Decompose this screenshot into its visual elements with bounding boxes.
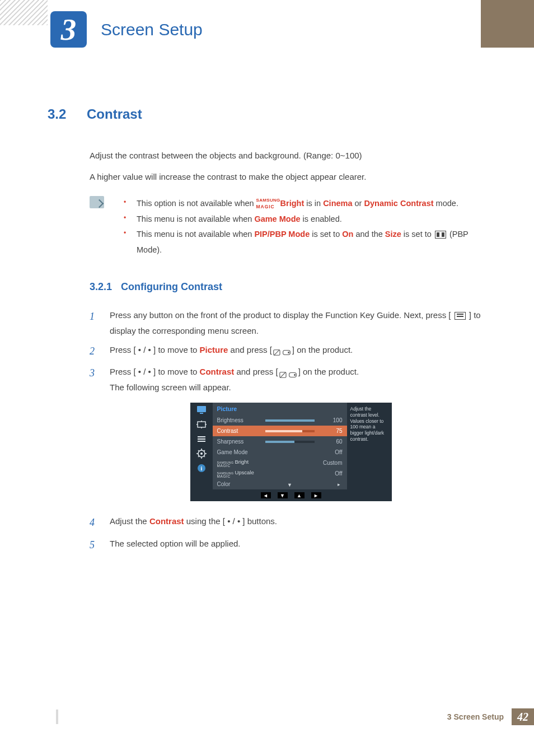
note-item-1: This option is not available when SAMSUN… (121, 196, 492, 212)
intro-paragraph-1: Adjust the contrast between the objects … (90, 149, 492, 162)
svg-rect-10 (198, 438, 205, 440)
step-4: 4 Adjust the Contrast using the [ • / • … (90, 514, 492, 532)
osd-nav-left-icon: ◄ (261, 492, 271, 498)
osd-nav-up-icon: ▲ (294, 492, 305, 498)
osd-icon-options (196, 434, 207, 444)
section-number: 3.2 (48, 106, 87, 122)
svg-rect-2 (288, 352, 289, 353)
svg-point-13 (200, 452, 203, 455)
top-accent-bar (481, 0, 534, 48)
osd-row-contrast: Contrast 75 (213, 426, 347, 436)
svg-rect-11 (198, 441, 205, 442)
osd-icon-picture (196, 405, 207, 415)
svg-rect-8 (198, 422, 205, 427)
osd-row-magicbright: SAMSUNGMAGICBright Custom (213, 458, 347, 468)
chapter-number-badge: 3 (50, 11, 87, 48)
note-item-2: This menu is not available when Game Mod… (121, 212, 492, 227)
note-block: This option is not available when SAMSUN… (90, 196, 492, 258)
svg-rect-6 (197, 406, 206, 412)
osd-row-color: Color ▼ ▸ (213, 479, 347, 489)
step-2: 2 Press [ • / • ] to move to Picture and… (90, 342, 492, 361)
osd-row-sharpness: Sharpness 60 (213, 436, 347, 447)
osd-help-text: Adjust the contrast level. Values closer… (347, 403, 392, 489)
step-5: 5 The selected option will be applied. (90, 536, 492, 554)
step-3: 3 Press [ • / • ] to move to Contrast an… (90, 364, 492, 395)
chapter-title: Screen Setup (101, 20, 203, 39)
osd-row-gamemode: Game Mode Off (213, 447, 347, 458)
enter-button-icon (273, 346, 291, 354)
section-heading: 3.2Contrast (48, 106, 492, 122)
subsection-heading: 3.2.1Configuring Contrast (90, 281, 492, 293)
svg-rect-5 (294, 374, 295, 375)
arrow-right-icon: ▸ (319, 482, 343, 487)
footer-left-mark (56, 710, 58, 724)
menu-button-icon (455, 312, 466, 320)
footer-text: 3 Screen Setup (447, 712, 504, 721)
svg-rect-7 (200, 413, 203, 414)
osd-sidebar: i (190, 403, 213, 489)
svg-rect-9 (198, 436, 205, 437)
osd-screenshot: i Picture Brightness 100 Contrast 75 (190, 403, 392, 501)
osd-row-brightness: Brightness 100 (213, 415, 347, 426)
osd-menu: Picture Brightness 100 Contrast 75 Sharp… (213, 403, 347, 489)
osd-nav-bar: ◄ ▼ ▲ ► (190, 489, 392, 501)
osd-nav-right-icon: ► (311, 492, 321, 498)
intro-paragraph-2: A higher value will increase the contras… (90, 170, 492, 184)
pbp-size-icon (435, 231, 446, 239)
osd-icon-screen (196, 419, 207, 430)
note-icon (90, 196, 104, 208)
hatch-decor (0, 0, 48, 25)
enter-button-icon (279, 368, 297, 377)
page-footer: 3 Screen Setup 42 (447, 708, 534, 725)
svg-text:i: i (200, 465, 202, 472)
osd-nav-down-icon: ▼ (278, 492, 288, 498)
osd-menu-title: Picture (213, 403, 347, 415)
footer-page-number: 42 (512, 708, 534, 725)
note-item-3: This menu is not available when PIP/PBP … (121, 227, 492, 258)
osd-icon-settings (196, 449, 207, 459)
osd-icon-info: i (196, 463, 207, 473)
step-1: 1 Press any button on the front of the p… (90, 307, 492, 339)
section-title: Contrast (87, 106, 142, 122)
osd-row-magicupscale: SAMSUNGMAGICUpscale Off (213, 468, 347, 479)
chapter-header: 3 Screen Setup (50, 11, 203, 48)
